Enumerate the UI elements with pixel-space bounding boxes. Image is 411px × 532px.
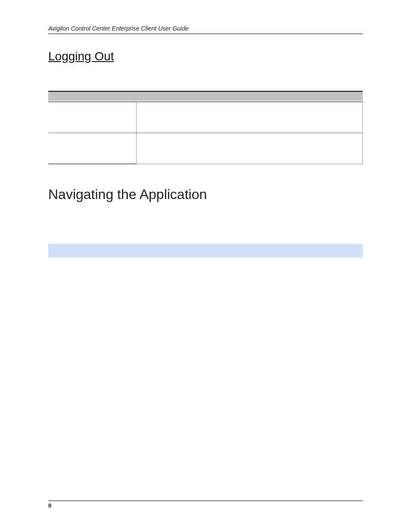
header-rule bbox=[48, 34, 363, 34]
highlight-bar bbox=[48, 244, 363, 258]
table-cell bbox=[136, 133, 362, 164]
page-number: 8 bbox=[48, 502, 363, 509]
section-heading-navigating: Navigating the Application bbox=[48, 187, 363, 202]
footer-rule bbox=[48, 501, 363, 501]
table-header-cell-1 bbox=[48, 91, 136, 101]
running-header: Avigilon Control Center Enterprise Clien… bbox=[48, 25, 363, 34]
table-cell bbox=[48, 102, 136, 133]
table-cell bbox=[136, 102, 362, 133]
table-row bbox=[48, 102, 363, 133]
table-header-cell-2 bbox=[136, 91, 362, 101]
section-heading-logging-out: Logging Out bbox=[48, 50, 363, 63]
logging-out-table bbox=[48, 91, 363, 164]
table-header-row bbox=[48, 91, 363, 101]
page-footer: 8 bbox=[48, 501, 363, 509]
table-cell bbox=[48, 133, 136, 164]
table-row bbox=[48, 133, 363, 164]
